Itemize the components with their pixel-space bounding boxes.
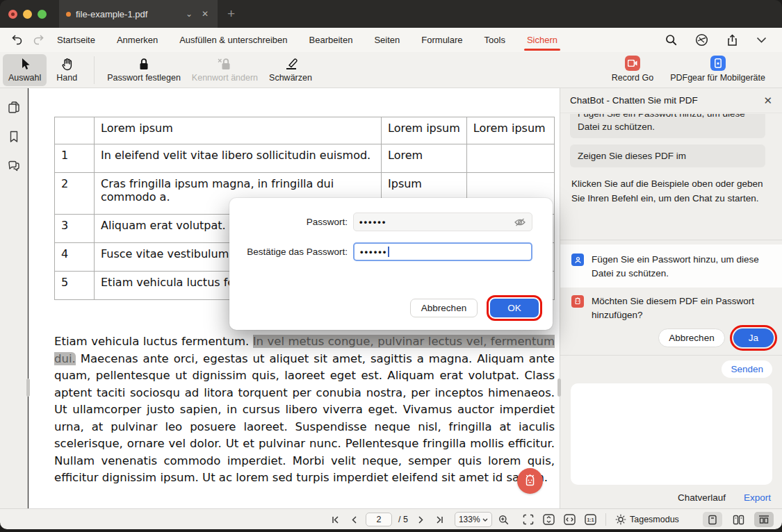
actual-size-icon[interactable]: 1:1	[585, 514, 596, 525]
search-icon[interactable]	[665, 34, 677, 46]
chat-hint-text: Klicken Sie auf die Beispiele oben oder …	[570, 174, 772, 206]
next-page-button[interactable]	[414, 513, 428, 526]
change-password-button[interactable]: Kennwort ändern	[186, 54, 263, 86]
single-page-view-button[interactable]	[703, 512, 722, 527]
password-input[interactable]: ••••••	[353, 213, 532, 231]
continuous-scroll-view-button[interactable]	[754, 512, 774, 527]
tab-close-icon[interactable]: ✕	[199, 9, 211, 19]
eye-slash-icon[interactable]	[514, 217, 526, 227]
chat-cancel-button[interactable]: Abbrechen	[658, 329, 725, 347]
confirm-password-input[interactable]: ••••••	[353, 242, 532, 261]
menu-formulare[interactable]: Formulare	[421, 28, 462, 52]
suggestion-chip[interactable]: Zeigen Sie dieses PDF im	[570, 144, 765, 167]
fullscreen-icon[interactable]	[523, 514, 534, 525]
chat-divider	[560, 240, 782, 240]
dialog-cancel-button[interactable]: Abbrechen	[410, 299, 478, 317]
tab-list-chevron-icon[interactable]: ⌄	[184, 9, 195, 19]
toolbar: Auswahl Hand Passwort festlegen Kennwort…	[0, 52, 782, 88]
share-icon[interactable]	[726, 34, 738, 47]
chat-bot-message: Möchten Sie diesem PDF ein Passwort hinz…	[560, 286, 782, 329]
sun-icon	[615, 514, 626, 525]
dialog-ok-button[interactable]: OK	[490, 299, 539, 317]
chat-history-button[interactable]: Chatverlauf	[678, 492, 726, 503]
mobile-device-icon	[710, 56, 726, 71]
last-page-button[interactable]	[433, 513, 447, 526]
fit-height-icon[interactable]	[543, 514, 555, 525]
redo-button[interactable]	[33, 34, 44, 46]
paragraph-rest: Maecenas ante orci, egestas ut aliquet s…	[54, 352, 555, 485]
collapse-ribbon-chevron-icon[interactable]	[756, 37, 767, 43]
comments-icon[interactable]	[7, 159, 21, 173]
bot-avatar-icon	[571, 295, 584, 308]
statusbar-divider	[605, 513, 606, 526]
password-label: Passwort:	[229, 217, 353, 227]
tab-title: file-example-1.pdf	[76, 9, 179, 19]
ai-assistant-icon[interactable]	[695, 33, 708, 47]
send-button[interactable]: Senden	[722, 360, 772, 378]
bookmarks-icon[interactable]	[7, 130, 21, 144]
chatbot-floating-button[interactable]	[517, 468, 543, 494]
minimize-window-button[interactable]	[23, 10, 32, 19]
record-go-icon	[625, 56, 640, 71]
pdfgear-mobile-button[interactable]: PDFgear für Mobilgeräte	[665, 54, 771, 86]
robot-icon	[523, 474, 537, 488]
zoom-level-select[interactable]: 133%	[455, 512, 492, 527]
chat-user-message: Fügen Sie ein Passwort hinzu, um diese D…	[560, 244, 782, 288]
first-page-button[interactable]	[328, 513, 342, 526]
toolbar-divider	[94, 56, 95, 84]
document-tab[interactable]: file-example-1.pdf ⌄ ✕	[59, 0, 218, 28]
chevron-down-icon	[482, 518, 488, 522]
chat-message-input[interactable]	[571, 383, 772, 485]
chat-yes-button[interactable]: Ja	[733, 329, 774, 347]
marker-icon	[283, 57, 298, 71]
close-window-button[interactable]	[8, 10, 17, 19]
previous-page-button[interactable]	[347, 513, 361, 526]
zoom-window-button[interactable]	[38, 10, 47, 19]
table-header-row: Lorem ipsum Lorem ipsum Lorem ipsum	[55, 117, 555, 144]
panel-resize-handle[interactable]	[557, 379, 561, 397]
app-window: file-example-1.pdf ⌄ ✕ + Startseite Anme…	[0, 0, 782, 532]
select-tool-button[interactable]: Auswahl	[3, 54, 47, 86]
suggestion-chip[interactable]: Fügen Sie ein Passwort hinzu, um diese D…	[570, 114, 765, 138]
menu-seiten[interactable]: Seiten	[374, 28, 400, 52]
page-number-input[interactable]	[366, 513, 392, 526]
menu-startseite[interactable]: Startseite	[57, 28, 95, 52]
confirm-password-label: Bestätige das Passwort:	[229, 247, 353, 257]
zoom-in-button[interactable]	[497, 513, 511, 526]
paragraph-lead: Etiam vehicula luctus fermentum.	[54, 335, 253, 348]
lock-x-icon	[218, 57, 231, 71]
menu-sichern[interactable]: Sichern	[527, 28, 557, 52]
chat-export-button[interactable]: Export	[744, 492, 771, 503]
text-cursor	[388, 247, 389, 257]
menu-bearbeiten[interactable]: Bearbeiten	[309, 28, 353, 52]
cursor-icon	[19, 57, 31, 71]
chat-suggestions: Fügen Sie ein Passwort hinzu, um diese D…	[560, 114, 782, 239]
table-row: 1 In eleifend velit vitae libero sollici…	[55, 144, 555, 173]
left-sidebar	[0, 88, 28, 508]
fit-width-icon[interactable]	[564, 514, 576, 525]
set-password-button[interactable]: Passwort festlegen	[101, 54, 186, 86]
menu-anmerken[interactable]: Anmerken	[117, 28, 158, 52]
menu-ausfuellen[interactable]: Ausfüllen & unterschreiben	[179, 28, 287, 52]
record-go-button[interactable]: Record Go	[606, 54, 659, 86]
redact-button[interactable]: Schwärzen	[263, 54, 318, 86]
chat-divider	[560, 355, 782, 356]
new-tab-button[interactable]: +	[218, 6, 245, 22]
title-bar: file-example-1.pdf ⌄ ✕ +	[0, 0, 782, 28]
chatbot-panel: ChatBot - Chatten Sie mit PDF ✕ Fügen Si…	[560, 88, 782, 508]
hand-tool-button[interactable]: Hand	[47, 54, 87, 86]
sidebar-resize-handle[interactable]	[26, 379, 30, 397]
undo-button[interactable]	[11, 34, 23, 46]
chat-close-icon[interactable]: ✕	[763, 94, 772, 107]
menu-tools[interactable]: Tools	[484, 28, 505, 52]
ribbon-menu: Startseite Anmerken Ausfüllen & untersch…	[57, 28, 557, 52]
status-bar: / 5 133%	[0, 508, 782, 529]
body-paragraph: Etiam vehicula luctus fermentum. In vel …	[54, 333, 555, 487]
page-thumbnails-icon[interactable]	[7, 101, 21, 115]
two-page-view-button[interactable]	[728, 512, 748, 527]
hand-icon	[61, 57, 73, 71]
traffic-lights	[0, 10, 59, 19]
chat-panel-title: ChatBot - Chatten Sie mit PDF	[570, 95, 698, 106]
unsaved-dot-icon	[66, 12, 71, 17]
day-mode-toggle[interactable]: Tagesmodus	[615, 514, 679, 525]
